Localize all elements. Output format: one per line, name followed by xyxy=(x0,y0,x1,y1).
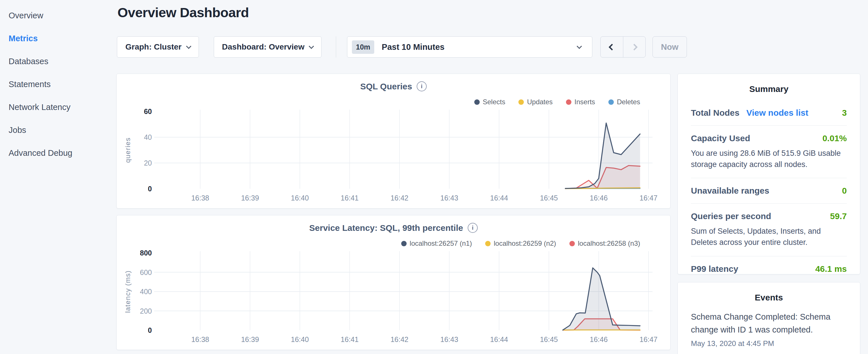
sidebar: OverviewMetricsDatabasesStatementsNetwor… xyxy=(0,0,110,164)
chevron-down-icon xyxy=(577,43,582,49)
event-item: Schema Change Completed: Schema change w… xyxy=(691,311,847,348)
summary-row-value: 59.7 xyxy=(830,212,847,221)
svg-text:800: 800 xyxy=(140,249,152,257)
sql-queries-card: SQL Queries i SelectsUpdatesInsertsDelet… xyxy=(116,74,671,208)
svg-text:16:46: 16:46 xyxy=(590,335,608,344)
chart-title: Service Latency: SQL, 99th percentile xyxy=(309,223,463,233)
time-range-selector[interactable]: 10m Past 10 Minutes xyxy=(347,36,592,58)
time-window-badge: 10m xyxy=(352,40,374,54)
event-timestamp: May 13, 2020 at 4:45 PM xyxy=(691,339,847,348)
summary-row-value: 0.01% xyxy=(823,133,847,143)
summary-rows: Total NodesView nodes list3Capacity Used… xyxy=(691,100,847,282)
time-nav-arrows xyxy=(600,36,646,58)
svg-text:16:40: 16:40 xyxy=(291,194,309,202)
chevron-right-icon xyxy=(631,43,638,51)
svg-text:0: 0 xyxy=(148,185,152,193)
view-nodes-list-link[interactable]: View nodes list xyxy=(746,108,808,118)
svg-text:0: 0 xyxy=(148,326,152,334)
svg-text:16:43: 16:43 xyxy=(440,335,459,344)
summary-title: Summary xyxy=(691,74,847,94)
info-icon[interactable]: i xyxy=(468,223,478,233)
svg-text:16:39: 16:39 xyxy=(241,194,259,202)
svg-text:16:44: 16:44 xyxy=(490,335,508,344)
summary-row-label: Capacity Used xyxy=(691,133,750,143)
svg-text:20: 20 xyxy=(144,159,152,167)
svg-text:16:38: 16:38 xyxy=(191,194,209,202)
summary-row-label: Total Nodes xyxy=(691,108,739,118)
sidebar-item-jobs[interactable]: Jobs xyxy=(0,119,110,141)
events-panel: Events Schema Change Completed: Schema c… xyxy=(677,282,860,354)
summary-row-p99-latency: P99 latency46.1 ms xyxy=(691,256,847,282)
summary-row-value: 3 xyxy=(842,108,847,118)
svg-text:16:44: 16:44 xyxy=(490,194,508,202)
chart-head: Service Latency: SQL, 99th percentile i xyxy=(117,223,670,233)
svg-text:16:41: 16:41 xyxy=(341,335,359,344)
summary-row-total-nodes: Total NodesView nodes list3 xyxy=(691,100,847,126)
sidebar-nav-list: OverviewMetricsDatabasesStatementsNetwor… xyxy=(0,4,110,164)
svg-text:200: 200 xyxy=(140,307,152,315)
dashboard-selector-label: Dashboard: Overview xyxy=(222,42,305,52)
svg-text:latency (ms): latency (ms) xyxy=(124,270,131,313)
svg-text:16:45: 16:45 xyxy=(540,335,558,344)
svg-text:16:40: 16:40 xyxy=(291,335,309,344)
sidebar-item-network-latency[interactable]: Network Latency xyxy=(0,96,110,119)
sidebar-item-overview[interactable]: Overview xyxy=(0,4,110,27)
chevron-down-icon xyxy=(186,43,191,49)
sidebar-item-advanced-debug[interactable]: Advanced Debug xyxy=(0,141,110,164)
svg-text:16:43: 16:43 xyxy=(440,194,459,202)
summary-row-description: You are using 28.6 MiB of 515.9 GiB usab… xyxy=(691,148,847,170)
summary-row-label: Queries per second xyxy=(691,212,771,221)
summary-row-queries-per-second: Queries per second59.7Sum of Selects, Up… xyxy=(691,204,847,256)
service-latency-card: Service Latency: SQL, 99th percentile i … xyxy=(116,215,671,350)
events-title: Events xyxy=(691,282,847,302)
summary-panel: Summary Total NodesView nodes list3Capac… xyxy=(677,74,860,275)
controls-toolbar: Graph: Cluster Dashboard: Overview 10m P… xyxy=(117,36,687,58)
summary-row-unavailable-ranges: Unavailable ranges0 xyxy=(691,178,847,204)
sidebar-item-metrics[interactable]: Metrics xyxy=(0,27,110,50)
prev-time-button[interactable] xyxy=(601,37,623,57)
graph-selector-label: Graph: Cluster xyxy=(125,42,181,52)
svg-text:600: 600 xyxy=(140,268,152,277)
chart-title: SQL Queries xyxy=(360,82,412,91)
svg-text:60: 60 xyxy=(144,107,152,116)
svg-text:400: 400 xyxy=(140,288,152,296)
svg-text:16:47: 16:47 xyxy=(640,194,658,202)
summary-row-description: Sum of Selects, Updates, Inserts, and De… xyxy=(691,226,847,248)
dashboard-selector-dropdown[interactable]: Dashboard: Overview xyxy=(214,36,321,58)
svg-text:16:45: 16:45 xyxy=(540,194,558,202)
svg-text:40: 40 xyxy=(144,133,152,141)
chevron-left-icon xyxy=(608,43,615,51)
svg-text:queries: queries xyxy=(124,137,131,163)
svg-text:16:46: 16:46 xyxy=(590,194,608,202)
next-time-button[interactable] xyxy=(623,37,645,57)
svg-text:16:42: 16:42 xyxy=(391,335,409,344)
page-title: Overview Dashboard xyxy=(118,5,249,20)
event-list: Schema Change Completed: Schema change w… xyxy=(691,311,847,348)
svg-text:16:39: 16:39 xyxy=(241,335,259,344)
sidebar-item-databases[interactable]: Databases xyxy=(0,50,110,73)
summary-row-value: 0 xyxy=(842,186,847,196)
svg-text:16:38: 16:38 xyxy=(191,335,209,344)
svg-text:16:41: 16:41 xyxy=(341,194,359,202)
chevron-down-icon xyxy=(309,43,314,49)
info-icon[interactable]: i xyxy=(417,81,427,91)
summary-row-label: Unavailable ranges xyxy=(691,186,769,196)
sidebar-item-statements[interactable]: Statements xyxy=(0,73,110,96)
graph-selector-dropdown[interactable]: Graph: Cluster xyxy=(117,36,199,58)
summary-row-label: P99 latency xyxy=(691,264,738,274)
now-button[interactable]: Now xyxy=(652,36,687,58)
time-window-label: Past 10 Minutes xyxy=(382,42,444,52)
summary-row-capacity-used: Capacity Used0.01%You are using 28.6 MiB… xyxy=(691,126,847,178)
summary-row-value: 46.1 ms xyxy=(815,264,847,274)
chart-head: SQL Queries i xyxy=(117,81,670,91)
svg-text:16:47: 16:47 xyxy=(640,335,658,344)
svg-text:16:42: 16:42 xyxy=(391,194,409,202)
event-message: Schema Change Completed: Schema change w… xyxy=(691,311,847,336)
toolbar-divider xyxy=(336,36,336,58)
service-latency-chart[interactable]: 020040060080016:3816:3916:4016:4116:4216… xyxy=(117,246,670,344)
sql-queries-chart[interactable]: 020406016:3816:3916:4016:4116:4216:4316:… xyxy=(117,104,670,203)
